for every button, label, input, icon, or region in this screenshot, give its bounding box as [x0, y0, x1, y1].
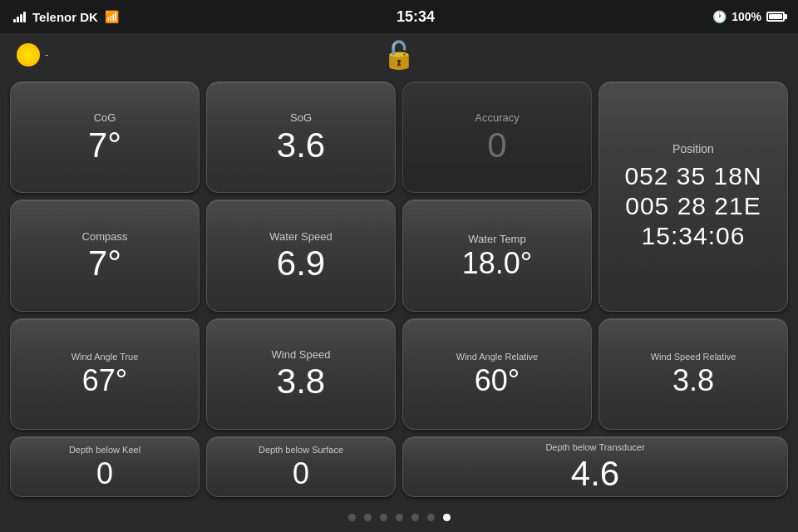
- sog-value: 3.6: [277, 128, 325, 163]
- sun-label: -: [45, 48, 49, 62]
- wind-speed-relative-label: Wind Speed Relative: [651, 352, 736, 362]
- tile-wind-speed[interactable]: Wind Speed 3.8: [206, 318, 396, 430]
- page-dot-1[interactable]: [348, 514, 356, 521]
- tile-water-temp[interactable]: Water Temp 18.0°: [402, 200, 592, 311]
- position-lon: 005 28 21E: [625, 192, 761, 220]
- status-left: Telenor DK 📶: [13, 10, 119, 24]
- tile-depth-keel[interactable]: Depth below Keel 0: [10, 436, 200, 497]
- sun-dot: [17, 43, 40, 66]
- wind-speed-label: Wind Speed: [272, 348, 331, 362]
- position-lat: 052 35 18N: [624, 162, 761, 190]
- sun-indicator: -: [17, 43, 49, 66]
- tile-compass[interactable]: Compass 7°: [10, 200, 200, 311]
- page-dot-6[interactable]: [427, 514, 435, 521]
- tile-wind-speed-relative[interactable]: Wind Speed Relative 3.8: [598, 318, 788, 430]
- tile-water-speed[interactable]: Water Speed 6.9: [206, 200, 396, 311]
- position-label: Position: [672, 142, 714, 155]
- wind-speed-relative-value: 3.8: [672, 366, 714, 396]
- wind-angle-relative-label: Wind Angle Relative: [456, 352, 538, 362]
- water-temp-value: 18.0°: [462, 249, 532, 278]
- water-temp-label: Water Temp: [468, 233, 525, 246]
- wind-speed-value: 3.8: [277, 364, 325, 399]
- tile-cog[interactable]: CoG 7°: [10, 81, 200, 193]
- wind-angle-true-label: Wind Angle True: [71, 352, 139, 362]
- tile-wind-angle-relative[interactable]: Wind Angle Relative 60°: [402, 318, 592, 430]
- battery-percent: 100%: [732, 10, 761, 23]
- depth-surface-label: Depth below Surface: [259, 445, 343, 456]
- accuracy-label: Accuracy: [475, 111, 519, 125]
- status-bar: Telenor DK 📶 15:34 🕐 100%: [0, 0, 798, 33]
- tile-depth-surface[interactable]: Depth below Surface 0: [206, 436, 396, 497]
- toolbar: - 🔓: [0, 33, 798, 76]
- compass-label: Compass: [82, 230, 128, 244]
- wifi-icon: 📶: [105, 10, 119, 23]
- water-speed-label: Water Speed: [269, 230, 332, 244]
- page-indicator: [0, 502, 798, 532]
- position-time: 15:34:06: [642, 222, 746, 250]
- depth-keel-value: 0: [96, 459, 113, 489]
- tile-depth-transducer[interactable]: Depth below Transducer 4.6: [402, 436, 788, 497]
- tile-accuracy[interactable]: Accuracy 0: [402, 81, 592, 193]
- compass-value: 7°: [88, 246, 121, 281]
- tile-wind-angle-true[interactable]: Wind Angle True 67°: [10, 318, 200, 430]
- tile-sog[interactable]: SoG 3.6: [206, 81, 396, 193]
- tile-position[interactable]: Position 052 35 18N 005 28 21E 15:34:06: [598, 81, 788, 312]
- depth-surface-value: 0: [293, 459, 309, 489]
- carrier-name: Telenor DK: [32, 10, 98, 24]
- depth-transducer-value: 4.6: [571, 456, 619, 491]
- depth-keel-label: Depth below Keel: [69, 445, 140, 456]
- cog-value: 7°: [88, 128, 121, 163]
- water-speed-value: 6.9: [277, 246, 325, 281]
- signal-icon: [13, 11, 26, 22]
- battery-icon: [766, 12, 785, 22]
- wind-angle-relative-value: 60°: [475, 366, 520, 396]
- lock-icon[interactable]: 🔓: [382, 39, 416, 71]
- page-dot-2[interactable]: [364, 514, 372, 521]
- status-right: 🕐 100%: [712, 10, 785, 23]
- page-dot-3[interactable]: [380, 514, 387, 521]
- page-dot-5[interactable]: [411, 514, 419, 521]
- status-time: 15:34: [397, 8, 435, 26]
- sog-label: SoG: [290, 111, 312, 125]
- clock-icon: 🕐: [712, 10, 727, 23]
- position-content: 052 35 18N 005 28 21E 15:34:06: [606, 162, 781, 250]
- page-dot-7[interactable]: [443, 514, 451, 521]
- cog-label: CoG: [94, 111, 116, 125]
- page-dot-4[interactable]: [396, 514, 403, 521]
- wind-angle-true-value: 67°: [82, 366, 127, 396]
- depth-transducer-label: Depth below Transducer: [545, 442, 644, 453]
- instrument-grid: CoG 7° SoG 3.6 Accuracy 0 Position 052 3…: [0, 76, 798, 502]
- accuracy-value: 0: [487, 128, 506, 163]
